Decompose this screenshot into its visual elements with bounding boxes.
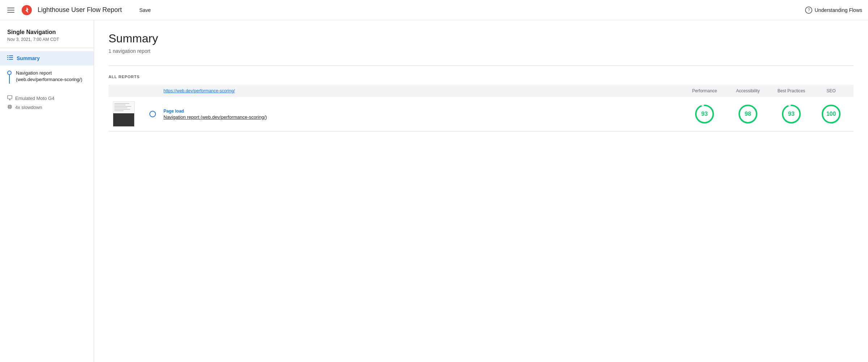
svg-rect-2 — [7, 57, 8, 58]
question-icon: ? — [805, 7, 812, 14]
device-emulated: Emulated Moto G4 — [7, 94, 86, 103]
main-layout: Single Navigation Nov 3, 2021, 7:00 AM C… — [0, 20, 868, 362]
list-icon — [7, 55, 13, 62]
seo-score-value: 100 — [826, 111, 836, 117]
svg-rect-5 — [9, 59, 13, 60]
sidebar-item-summary[interactable]: Summary — [0, 51, 94, 66]
best-practices-score-ring: 93 — [781, 104, 801, 124]
main-content: Summary 1 navigation report ALL REPORTS … — [94, 20, 868, 362]
sidebar-section-date: Nov 3, 2021, 7:00 AM CDT — [0, 37, 94, 48]
sidebar-nav-item-navigation[interactable]: Navigation report (web.dev/performance-s… — [0, 66, 94, 88]
sidebar-section-title: Single Navigation — [0, 29, 94, 37]
best-practices-score-value: 93 — [788, 111, 795, 117]
accessibility-score-ring: 98 — [738, 104, 758, 124]
svg-rect-9 — [8, 105, 11, 108]
nav-pin-circle — [7, 71, 12, 75]
table-header-accessibility: Accessibility — [726, 88, 770, 93]
understanding-flows-link[interactable]: ? Understanding Flows — [805, 7, 862, 14]
svg-rect-0 — [7, 55, 8, 56]
table-row: Page load Navigation report (web.dev/per… — [109, 97, 854, 131]
table-header-performance: Performance — [683, 88, 726, 93]
header-left: Lighthouse User Flow Report Save — [6, 5, 154, 15]
sidebar-summary-label: Summary — [17, 55, 40, 61]
save-button[interactable]: Save — [136, 5, 154, 15]
cpu-icon — [7, 104, 12, 110]
report-link[interactable]: Navigation report (web.dev/performance-s… — [163, 114, 683, 120]
all-reports-divider — [109, 66, 854, 66]
svg-rect-10 — [9, 106, 10, 108]
table-header-seo: SEO — [813, 88, 849, 93]
table-header-url[interactable]: https://web.dev/performance-scoring/ — [163, 88, 683, 93]
sidebar: Single Navigation Nov 3, 2021, 7:00 AM C… — [0, 20, 94, 362]
device-label: Emulated Moto G4 — [15, 96, 54, 101]
monitor-icon — [7, 95, 12, 101]
performance-score-value: 93 — [701, 111, 708, 117]
score-cell-seo[interactable]: 100 — [813, 104, 849, 124]
score-cell-best-practices[interactable]: 93 — [770, 104, 813, 124]
page-thumbnail — [113, 101, 135, 127]
reports-table: https://web.dev/performance-scoring/ Per… — [109, 85, 854, 131]
nav-pin — [7, 70, 12, 84]
radio-cell[interactable] — [142, 111, 163, 117]
svg-rect-6 — [8, 96, 12, 99]
app-title: Lighthouse User Flow Report — [38, 6, 122, 14]
device-slowdown: 4x slowdown — [7, 103, 86, 112]
report-type-label: Page load — [163, 109, 683, 114]
report-info-cell: Page load Navigation report (web.dev/per… — [163, 109, 683, 120]
seo-score-ring: 100 — [821, 104, 841, 124]
app-header: Lighthouse User Flow Report Save ? Under… — [0, 0, 868, 20]
summary-subtext: 1 navigation report — [109, 48, 854, 54]
understanding-flows-label: Understanding Flows — [814, 7, 862, 13]
sidebar-divider — [0, 48, 94, 48]
nav-item-text: Navigation report (web.dev/performance-s… — [16, 70, 82, 83]
sidebar-device-section: Emulated Moto G4 — [0, 88, 94, 118]
thumbnail-cell — [113, 101, 142, 127]
summary-heading: Summary — [109, 32, 854, 45]
score-cell-accessibility[interactable]: 98 — [726, 104, 770, 124]
svg-rect-1 — [9, 55, 13, 56]
all-reports-label: ALL REPORTS — [109, 75, 854, 79]
nav-item-title: Navigation report (web.dev/performance-s… — [16, 70, 82, 83]
nav-pin-line — [9, 75, 10, 84]
menu-button[interactable] — [6, 6, 16, 14]
table-header-row: https://web.dev/performance-scoring/ Per… — [109, 85, 854, 97]
slowdown-label: 4x slowdown — [15, 105, 42, 110]
score-cell-performance[interactable]: 93 — [683, 104, 726, 124]
lighthouse-logo — [22, 5, 32, 15]
accessibility-score-value: 98 — [745, 111, 751, 117]
svg-rect-3 — [9, 57, 13, 58]
row-radio-button[interactable] — [149, 111, 156, 117]
svg-rect-4 — [7, 59, 8, 60]
table-header-best-practices: Best Practices — [770, 88, 813, 93]
header-right: ? Understanding Flows — [805, 7, 862, 14]
performance-score-ring: 93 — [694, 104, 715, 124]
